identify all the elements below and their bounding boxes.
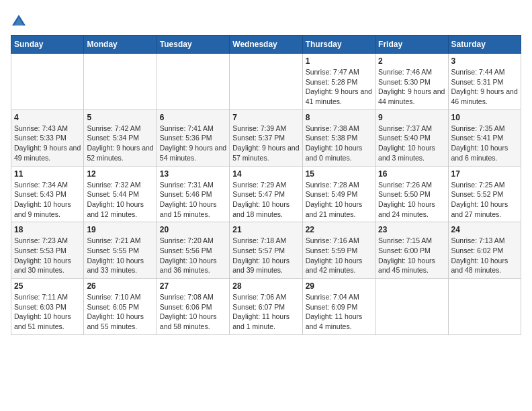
- day-number: 22: [306, 225, 372, 234]
- calendar-week-row: 11Sunrise: 7:34 AM Sunset: 5:43 PM Dayli…: [11, 166, 521, 222]
- calendar-day-cell: [448, 279, 521, 335]
- calendar-day-cell: 2Sunrise: 7:46 AM Sunset: 5:30 PM Daylig…: [375, 54, 448, 110]
- day-info: Sunrise: 7:28 AM Sunset: 5:49 PM Dayligh…: [306, 180, 372, 220]
- day-number: 28: [232, 281, 299, 291]
- day-number: 21: [232, 225, 299, 234]
- day-info: Sunrise: 7:41 AM Sunset: 5:36 PM Dayligh…: [160, 124, 226, 163]
- day-number: 6: [160, 113, 226, 122]
- day-of-week-header: Monday: [84, 36, 157, 54]
- day-number: 24: [451, 225, 518, 234]
- calendar-day-cell: 6Sunrise: 7:41 AM Sunset: 5:36 PM Daylig…: [157, 109, 229, 166]
- day-of-week-header: Saturday: [448, 36, 521, 54]
- calendar-day-cell: 20Sunrise: 7:20 AM Sunset: 5:56 PM Dayli…: [157, 222, 229, 279]
- calendar-day-cell: 13Sunrise: 7:31 AM Sunset: 5:46 PM Dayli…: [157, 166, 229, 222]
- day-number: 15: [306, 169, 372, 179]
- calendar-day-cell: 10Sunrise: 7:35 AM Sunset: 5:41 PM Dayli…: [448, 109, 521, 166]
- day-number: 1: [306, 56, 372, 66]
- calendar-day-cell: 29Sunrise: 7:04 AM Sunset: 6:09 PM Dayli…: [302, 279, 375, 335]
- day-info: Sunrise: 7:11 AM Sunset: 6:03 PM Dayligh…: [14, 292, 81, 332]
- calendar-day-cell: [230, 54, 302, 110]
- calendar-day-cell: 28Sunrise: 7:06 AM Sunset: 6:07 PM Dayli…: [230, 279, 302, 335]
- day-info: Sunrise: 7:06 AM Sunset: 6:07 PM Dayligh…: [232, 292, 299, 332]
- day-info: Sunrise: 7:26 AM Sunset: 5:50 PM Dayligh…: [378, 180, 445, 220]
- calendar-body: 1Sunrise: 7:47 AM Sunset: 5:28 PM Daylig…: [11, 54, 521, 335]
- day-of-week-header: Wednesday: [230, 36, 302, 54]
- day-number: 10: [451, 113, 518, 122]
- day-number: 12: [87, 169, 153, 179]
- day-info: Sunrise: 7:38 AM Sunset: 5:38 PM Dayligh…: [306, 124, 372, 163]
- day-number: 29: [306, 281, 372, 291]
- calendar-day-cell: 12Sunrise: 7:32 AM Sunset: 5:44 PM Dayli…: [84, 166, 157, 222]
- day-info: Sunrise: 7:42 AM Sunset: 5:34 PM Dayligh…: [87, 124, 153, 163]
- day-info: Sunrise: 7:21 AM Sunset: 5:55 PM Dayligh…: [87, 236, 153, 275]
- page-header: [11, 11, 521, 30]
- day-number: 18: [14, 225, 81, 234]
- calendar-day-cell: 23Sunrise: 7:15 AM Sunset: 6:00 PM Dayli…: [375, 222, 448, 279]
- day-number: 27: [160, 281, 226, 291]
- calendar-day-cell: 26Sunrise: 7:10 AM Sunset: 6:05 PM Dayli…: [84, 279, 157, 335]
- calendar-day-cell: 8Sunrise: 7:38 AM Sunset: 5:38 PM Daylig…: [302, 109, 375, 166]
- day-number: 3: [451, 56, 518, 66]
- day-info: Sunrise: 7:23 AM Sunset: 5:53 PM Dayligh…: [14, 236, 81, 275]
- day-number: 9: [378, 113, 445, 122]
- day-info: Sunrise: 7:29 AM Sunset: 5:47 PM Dayligh…: [232, 180, 299, 220]
- calendar-day-cell: 3Sunrise: 7:44 AM Sunset: 5:31 PM Daylig…: [448, 54, 521, 110]
- day-info: Sunrise: 7:25 AM Sunset: 5:52 PM Dayligh…: [451, 180, 518, 220]
- calendar-day-cell: 11Sunrise: 7:34 AM Sunset: 5:43 PM Dayli…: [11, 166, 84, 222]
- day-of-week-header: Sunday: [11, 36, 84, 54]
- day-info: Sunrise: 7:31 AM Sunset: 5:46 PM Dayligh…: [160, 180, 226, 220]
- calendar-day-cell: [157, 54, 229, 110]
- calendar-header: SundayMondayTuesdayWednesdayThursdayFrid…: [11, 36, 521, 54]
- calendar-day-cell: 27Sunrise: 7:08 AM Sunset: 6:06 PM Dayli…: [157, 279, 229, 335]
- day-number: 8: [306, 113, 372, 122]
- day-number: 11: [14, 169, 81, 179]
- day-of-week-header: Thursday: [302, 36, 375, 54]
- calendar-table: SundayMondayTuesdayWednesdayThursdayFrid…: [11, 35, 521, 335]
- day-number: 16: [378, 169, 445, 179]
- day-number: 2: [378, 56, 445, 66]
- day-info: Sunrise: 7:37 AM Sunset: 5:40 PM Dayligh…: [378, 124, 445, 163]
- day-info: Sunrise: 7:47 AM Sunset: 5:28 PM Dayligh…: [306, 67, 372, 107]
- calendar-day-cell: 1Sunrise: 7:47 AM Sunset: 5:28 PM Daylig…: [302, 54, 375, 110]
- calendar-day-cell: 24Sunrise: 7:13 AM Sunset: 6:02 PM Dayli…: [448, 222, 521, 279]
- day-info: Sunrise: 7:04 AM Sunset: 6:09 PM Dayligh…: [306, 292, 372, 332]
- day-info: Sunrise: 7:15 AM Sunset: 6:00 PM Dayligh…: [378, 236, 445, 275]
- calendar-day-cell: 14Sunrise: 7:29 AM Sunset: 5:47 PM Dayli…: [230, 166, 302, 222]
- calendar-day-cell: 16Sunrise: 7:26 AM Sunset: 5:50 PM Dayli…: [375, 166, 448, 222]
- day-number: 20: [160, 225, 226, 234]
- day-info: Sunrise: 7:32 AM Sunset: 5:44 PM Dayligh…: [87, 180, 153, 220]
- logo: [11, 13, 28, 30]
- calendar-day-cell: [11, 54, 84, 110]
- calendar-day-cell: [84, 54, 157, 110]
- calendar-day-cell: 17Sunrise: 7:25 AM Sunset: 5:52 PM Dayli…: [448, 166, 521, 222]
- day-info: Sunrise: 7:35 AM Sunset: 5:41 PM Dayligh…: [451, 124, 518, 163]
- calendar-week-row: 4Sunrise: 7:43 AM Sunset: 5:33 PM Daylig…: [11, 109, 521, 166]
- day-number: 13: [160, 169, 226, 179]
- calendar-day-cell: 5Sunrise: 7:42 AM Sunset: 5:34 PM Daylig…: [84, 109, 157, 166]
- day-of-week-header: Tuesday: [157, 36, 229, 54]
- day-number: 19: [87, 225, 153, 234]
- day-info: Sunrise: 7:39 AM Sunset: 5:37 PM Dayligh…: [232, 124, 299, 163]
- calendar-day-cell: 9Sunrise: 7:37 AM Sunset: 5:40 PM Daylig…: [375, 109, 448, 166]
- calendar-day-cell: 7Sunrise: 7:39 AM Sunset: 5:37 PM Daylig…: [230, 109, 302, 166]
- logo-icon: [11, 13, 27, 30]
- calendar-week-row: 25Sunrise: 7:11 AM Sunset: 6:03 PM Dayli…: [11, 279, 521, 335]
- day-of-week-header: Friday: [375, 36, 448, 54]
- day-info: Sunrise: 7:43 AM Sunset: 5:33 PM Dayligh…: [14, 124, 81, 163]
- day-number: 4: [14, 113, 81, 122]
- calendar-day-cell: 21Sunrise: 7:18 AM Sunset: 5:57 PM Dayli…: [230, 222, 302, 279]
- day-info: Sunrise: 7:18 AM Sunset: 5:57 PM Dayligh…: [232, 236, 299, 275]
- day-info: Sunrise: 7:34 AM Sunset: 5:43 PM Dayligh…: [14, 180, 81, 220]
- day-number: 5: [87, 113, 153, 122]
- calendar-day-cell: [375, 279, 448, 335]
- day-number: 14: [232, 169, 299, 179]
- calendar-day-cell: 25Sunrise: 7:11 AM Sunset: 6:03 PM Dayli…: [11, 279, 84, 335]
- day-number: 26: [87, 281, 153, 291]
- calendar-day-cell: 4Sunrise: 7:43 AM Sunset: 5:33 PM Daylig…: [11, 109, 84, 166]
- day-info: Sunrise: 7:10 AM Sunset: 6:05 PM Dayligh…: [87, 292, 153, 332]
- day-number: 7: [232, 113, 299, 122]
- day-info: Sunrise: 7:44 AM Sunset: 5:31 PM Dayligh…: [451, 67, 518, 107]
- calendar-day-cell: 18Sunrise: 7:23 AM Sunset: 5:53 PM Dayli…: [11, 222, 84, 279]
- day-number: 23: [378, 225, 445, 234]
- day-info: Sunrise: 7:16 AM Sunset: 5:59 PM Dayligh…: [306, 236, 372, 275]
